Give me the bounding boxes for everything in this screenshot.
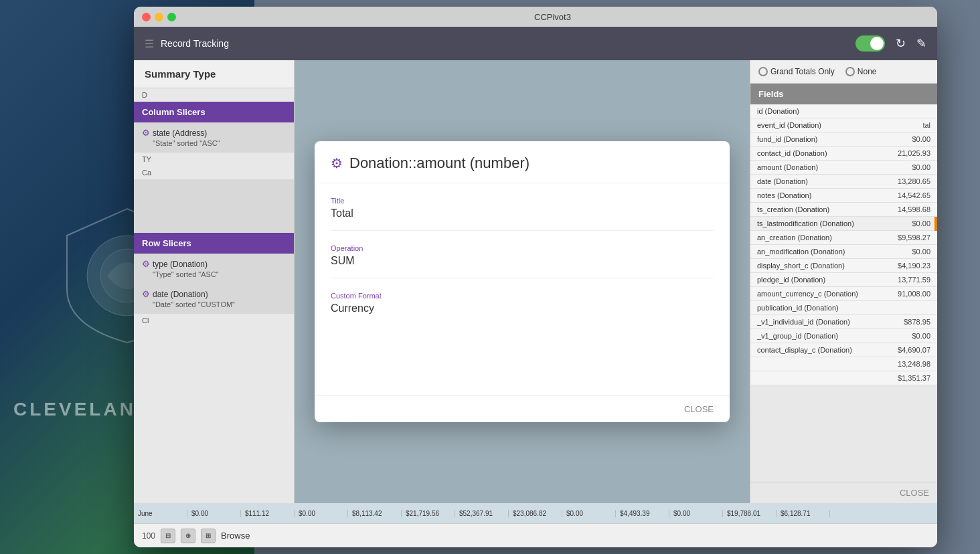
maximize-window-button[interactable]	[167, 13, 176, 21]
type-label-2: TY	[134, 153, 294, 166]
fields-header: Fields	[750, 84, 937, 104]
field-item-12[interactable]: pledge_id (Donation)13,771.59	[750, 273, 937, 287]
data-cell-6: $52,367.91	[455, 510, 509, 517]
field-item-4[interactable]: amount (Donation)$0.00	[750, 161, 937, 175]
field-name-10: an_modification (Donation)	[757, 248, 845, 256]
field-item-container-3: contact_id (Donation)21,025.93	[750, 147, 937, 161]
field-item-1[interactable]: event_id (Donation)tal	[750, 118, 937, 132]
data-cell-1: $0.00	[187, 510, 241, 517]
traffic-lights	[142, 13, 176, 21]
date-slicer-title: ⚙ date (Donation)	[142, 289, 286, 299]
right-close-button[interactable]: CLOSE	[750, 482, 937, 503]
bottom-icon-3[interactable]: ⊞	[201, 529, 216, 543]
app-window: CCPivot3 ☰ Record Tracking ↻ ✎ Summary T…	[134, 7, 937, 547]
field-item-container-11: display_short_c (Donation)$4,190.23	[750, 259, 937, 273]
field-item-11[interactable]: display_short_c (Donation)$4,190.23	[750, 259, 937, 273]
date-slicer-icon: ⚙	[142, 289, 150, 299]
field-value-17: $4,690.07	[898, 346, 930, 354]
format-field-value[interactable]: Currency	[331, 302, 714, 314]
field-item-8[interactable]: ts_lastmodification (Donation)$0.00	[750, 217, 937, 231]
column-slicers-header: Column Slicers	[134, 102, 294, 122]
right-panel: Grand Totals Only None Fields id (Donati…	[750, 60, 937, 503]
field-item-7[interactable]: ts_creation (Donation)14,598.68	[750, 203, 937, 217]
field-item-container-13: amount_currency_c (Donation)91,008.00	[750, 287, 937, 301]
field-name-4: amount (Donation)	[757, 163, 818, 171]
data-cell-9: $4,493.39	[616, 510, 669, 517]
data-cell-2: $111.12	[241, 510, 295, 517]
field-item-16[interactable]: _v1_group_id (Donation)$0.00	[750, 329, 937, 343]
field-value-19: $1,351.37	[898, 374, 930, 382]
window-title: CCPivot3	[176, 12, 929, 22]
bottom-icon-1[interactable]: ⊟	[161, 529, 175, 543]
state-slicer-title: ⚙ state (Address)	[142, 128, 286, 138]
field-item-18[interactable]: 13,248.98	[750, 357, 937, 371]
type-slicer-title: ⚙ type (Donation)	[142, 259, 286, 269]
date-slicer-item[interactable]: ⚙ date (Donation) "Date" sorted "CUSTOM"	[134, 284, 294, 314]
field-value-13: 91,008.00	[898, 290, 930, 298]
refresh-button[interactable]: ↻	[896, 36, 906, 51]
field-item-container-1: event_id (Donation)tal	[750, 118, 937, 132]
field-item-9[interactable]: an_creation (Donation)$9,598.27	[750, 231, 937, 245]
field-item-6[interactable]: notes (Donation)14,542.65	[750, 189, 937, 203]
modal-header-icon: ⚙	[331, 155, 343, 171]
field-item-0[interactable]: id (Donation)	[750, 104, 937, 118]
grand-totals-option[interactable]: Grand Totals Only	[758, 67, 835, 76]
field-item-container-15: _v1_individual_id (Donation)$878.95	[750, 315, 937, 329]
field-item-10[interactable]: an_modification (Donation)$0.00	[750, 245, 937, 259]
field-item-container-19: $1,351.37	[750, 371, 937, 385]
type-slicer-item[interactable]: ⚙ type (Donation) "Type" sorted "ASC"	[134, 254, 294, 284]
field-item-container-17: contact_display_c (Donation)$4,690.07	[750, 343, 937, 357]
data-cell-5: $21,719.56	[402, 510, 455, 517]
minimize-window-button[interactable]	[155, 13, 163, 21]
left-panel-inner: D Column Slicers ⚙ state (Address) "Stat…	[134, 88, 294, 503]
state-slicer-icon: ⚙	[142, 128, 150, 138]
bottom-icon-2[interactable]: ⊕	[181, 529, 195, 543]
sidebar-toggle-icon[interactable]: ☰	[145, 37, 154, 50]
browse-button[interactable]: Browse	[221, 531, 250, 541]
row-slicers-section: Row Slicers ⚙ type (Donation) "Type" sor…	[134, 233, 294, 314]
field-value-3: 21,025.93	[898, 149, 930, 157]
field-item-container-18: 13,248.98	[750, 357, 937, 371]
edit-button[interactable]: ✎	[916, 36, 926, 51]
field-item-19[interactable]: $1,351.37	[750, 371, 937, 385]
close-window-button[interactable]	[142, 13, 151, 21]
right-top-bar: Grand Totals Only None	[750, 60, 937, 84]
field-item-15[interactable]: _v1_individual_id (Donation)$878.95	[750, 315, 937, 329]
data-cell-0: June	[134, 510, 187, 517]
modal-header: ⚙ Donation::amount (number)	[315, 141, 730, 183]
field-name-3: contact_id (Donation)	[757, 149, 827, 157]
operation-field-value[interactable]: SUM	[331, 255, 714, 267]
top-bar: ☰ Record Tracking ↻ ✎	[134, 27, 937, 60]
field-name-0: id (Donation)	[757, 107, 799, 115]
field-item-container-10: an_modification (Donation)$0.00	[750, 245, 937, 259]
field-value-10: $0.00	[912, 248, 930, 256]
title-bar: CCPivot3	[134, 7, 937, 27]
title-field-value[interactable]: Total	[331, 207, 714, 219]
modal-title-field: Title Total	[331, 197, 714, 231]
field-item-17[interactable]: contact_display_c (Donation)$4,690.07	[750, 343, 937, 357]
none-option[interactable]: None	[845, 67, 877, 76]
data-cell-12: $6,128.71	[777, 510, 830, 517]
state-slicer-item[interactable]: ⚙ state (Address) "State" sorted "ASC"	[134, 122, 294, 153]
top-bar-left: ☰ Record Tracking	[145, 37, 229, 50]
field-item-14[interactable]: publication_id (Donation)	[750, 301, 937, 315]
field-item-3[interactable]: contact_id (Donation)21,025.93	[750, 147, 937, 161]
col-label: Ca	[134, 166, 294, 179]
modal-format-field: Custom Format Currency	[331, 292, 714, 325]
field-value-8: $0.00	[912, 219, 930, 227]
field-item-container-4: amount (Donation)$0.00	[750, 161, 937, 175]
modal-close-button[interactable]: CLOSE	[684, 404, 714, 414]
field-item-container-6: notes (Donation)14,542.65	[750, 189, 937, 203]
grand-totals-radio[interactable]	[758, 67, 768, 76]
field-item-13[interactable]: amount_currency_c (Donation)91,008.00	[750, 287, 937, 301]
summary-type-header: Summary Type	[134, 60, 294, 88]
field-item-5[interactable]: date (Donation)13,280.65	[750, 175, 937, 189]
field-item-2[interactable]: fund_id (Donation)$0.00	[750, 132, 937, 147]
field-name-2: fund_id (Donation)	[757, 135, 818, 143]
field-item-container-5: date (Donation)13,280.65	[750, 175, 937, 189]
type-label: D	[134, 88, 294, 102]
none-radio[interactable]	[845, 67, 855, 76]
toggle-switch[interactable]	[855, 35, 885, 52]
date-slicer-name: date (Donation)	[153, 290, 208, 299]
type-slicer-name: type (Donation)	[153, 260, 208, 269]
